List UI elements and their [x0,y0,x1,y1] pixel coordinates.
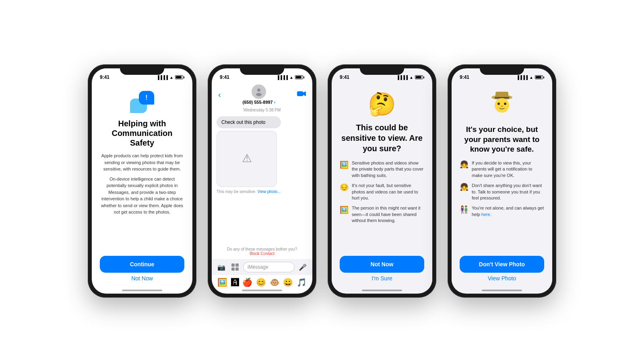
parent-emoji [490,90,514,121]
svg-point-1 [256,93,262,96]
screen-4: 9:41 ▐▐▐▐ ▲ [452,68,552,294]
block-contact-area: Do any of these messages bother you? Blo… [217,244,308,259]
dont-view-button[interactable]: Don't View Photo [460,256,544,273]
emoji-photos[interactable]: 🖼️ [217,278,227,287]
comm-safety-icon: ! [130,91,154,113]
home-bar-4 [482,290,522,291]
phone-3: 9:41 ▐▐▐▐ ▲ 🤔 This could be sensitive to… [328,64,436,298]
parent-title: It's your choice, but your parents want … [460,125,544,154]
bubble-right: ! [139,91,154,105]
reason-item-2: 🖼️ The person in this might not want it … [340,205,424,224]
back-icon[interactable]: ‹ [218,90,221,99]
screen-1: 9:41 ▐▐▐▐ ▲ ! [92,68,192,294]
message-bubble: Check out this photo [217,116,281,128]
svg-point-0 [257,88,260,92]
camera-button[interactable]: 📷 [216,261,227,273]
reason-list: 🖼️ Sensitive photos and videos show the … [340,160,424,224]
signal-icon-4: ▐▐▐▐ [516,75,528,80]
notch-1 [120,64,164,75]
facetime-icon[interactable] [297,90,306,99]
phone-1: 9:41 ▐▐▐▐ ▲ ! [88,64,196,298]
svg-point-12 [497,103,500,105]
apps-button[interactable] [229,261,241,273]
view-photo-button[interactable]: View Photo [488,275,516,282]
reason-text-2: The person in this might not want it see… [352,205,424,224]
notch-4 [480,64,524,75]
svg-rect-7 [235,267,239,271]
emoji-animoji[interactable]: 🐵 [270,278,280,287]
wifi-icon-3: ▲ [409,75,413,80]
imessage-input[interactable]: iMessage [243,262,295,272]
status-icons-4: ▐▐▐▐ ▲ [516,75,544,80]
phone-2: 9:41 ▐▐▐▐ ▲ ‹ [208,64,316,298]
wifi-icon-1: ▲ [169,75,173,80]
audio-button[interactable]: 🎤 [297,261,308,273]
svg-point-13 [504,103,506,105]
battery-4 [535,75,544,79]
continue-button[interactable]: Continue [100,256,184,273]
emoji-reaction[interactable]: 😀 [283,278,293,287]
messages-nav: ‹ (650) 555-8997 › [212,83,312,108]
reason-text-0: Sensitive photos and videos show the pri… [352,160,424,179]
battery-1 [175,75,184,79]
emoji-apps[interactable]: 🅰 [231,278,239,287]
info-item-0: 👧 If you decide to view this, your paren… [460,160,544,179]
messages-toolbar: 📷 iMessage 🎤 [212,259,312,275]
emoji-memoji[interactable]: 😊 [256,278,266,287]
svg-rect-5 [235,263,239,267]
phone1-body1: Apple products can help protect kids fro… [100,152,184,173]
warning-icon: ⚠ [242,152,252,165]
reason-item-1: 😔 It's not your fault, but sensitive pho… [340,183,424,201]
here-link[interactable]: here. [481,212,491,217]
view-photo-link[interactable]: View photo... [258,189,281,194]
info-item-1: 👧 Don't share anything you don't want to… [460,183,544,201]
notch-3 [360,64,404,75]
reason-item-0: 🖼️ Sensitive photos and videos show the … [340,160,424,179]
signal-icon-3: ▐▐▐▐ [396,75,408,80]
time-3: 9:41 [340,74,349,80]
signal-icon-2: ▐▐▐▐ [277,75,288,80]
info-text-0: If you decide to view this, your parents… [472,160,544,179]
info-emoji-2: 👫 [460,205,469,214]
reason-emoji-0: 🖼️ [340,160,349,169]
info-text-2: You're not alone, and can always get hel… [472,205,544,218]
time-1: 9:41 [100,74,109,80]
not-now-button-3[interactable]: Not Now [340,256,424,273]
emoji-music[interactable]: 🎵 [297,278,307,287]
block-contact-link[interactable]: Block Contact [250,251,275,256]
status-icons-1: ▐▐▐▐ ▲ [157,75,184,80]
battery-3 [415,75,424,79]
sensitive-screen: 🤔 This could be sensitive to view. Are y… [332,83,432,290]
svg-rect-6 [231,267,235,271]
screen-3: 9:41 ▐▐▐▐ ▲ 🤔 This could be sensitive to… [332,68,432,294]
phone1-body2: On-device intelligence can detect potent… [100,176,184,216]
phones-container: 9:41 ▐▐▐▐ ▲ ! [76,52,568,310]
sensitive-note: This may be sensitive. View photo... [217,189,308,194]
svg-rect-4 [231,263,235,267]
emoji-applepay[interactable]: 🍎 [242,278,252,287]
notch-2 [240,64,284,75]
thinking-emoji: 🤔 [368,91,396,117]
reason-text-1: It's not your fault, but sensitive photo… [352,183,424,201]
phone1-title: Helping with Communication Safety [100,119,184,148]
im-sure-button[interactable]: I'm Sure [372,275,392,282]
contact-name[interactable]: (650) 555-8997 › [243,100,276,105]
svg-marker-3 [303,91,306,96]
info-item-2: 👫 You're not alone, and can always get h… [460,205,544,218]
status-icons-3: ▐▐▐▐ ▲ [396,75,424,80]
battery-2 [295,75,304,79]
exclaim-icon: ! [145,94,147,101]
parent-screen: It's your choice, but your parents want … [452,83,552,290]
contact-avatar [252,84,266,99]
contact-info: (650) 555-8997 › [243,84,276,105]
phone-4: 9:41 ▐▐▐▐ ▲ [448,64,556,298]
not-now-button-1[interactable]: Not Now [131,275,153,282]
status-icons-2: ▐▐▐▐ ▲ [277,75,304,80]
time-2: 9:41 [220,74,229,80]
home-bar-3 [362,290,402,291]
screen-2: 9:41 ▐▐▐▐ ▲ ‹ [212,68,312,294]
svg-rect-2 [297,91,303,96]
info-text-1: Don't share anything you don't want to. … [472,183,544,201]
svg-point-14 [501,105,503,107]
wifi-icon-4: ▲ [529,75,533,80]
